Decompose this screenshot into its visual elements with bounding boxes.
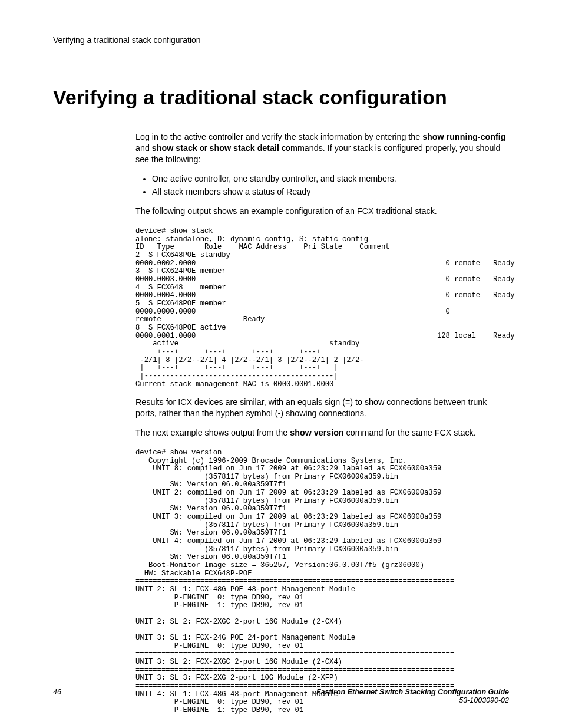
list-item: All stack members show a status of Ready <box>152 186 509 197</box>
cmd-show-stack-detail: show stack detail <box>210 143 279 153</box>
list-item: One active controller, one standby contr… <box>152 173 509 185</box>
criteria-list: One active controller, one standby contr… <box>135 173 509 198</box>
doc-number: 53-1003090-02 <box>459 696 509 704</box>
page-footer: 46 FastIron Ethernet Switch Stacking Con… <box>53 688 509 704</box>
body-text: Results for ICX devices are similar, wit… <box>135 397 509 419</box>
body-text: The following output shows an example co… <box>135 206 509 217</box>
section-heading: Verifying a traditional stack configurat… <box>53 86 509 109</box>
text: or <box>197 143 210 153</box>
text: The next example shows output from the <box>135 428 290 437</box>
show-stack-output: device# show stack alone: standalone, D:… <box>135 228 509 388</box>
cmd-show-stack: show stack <box>152 143 197 153</box>
text: Log in to the active controller and veri… <box>135 132 422 141</box>
book-title: FastIron Ethernet Switch Stacking Config… <box>316 688 509 696</box>
text: command for the same FCX stack. <box>344 428 476 437</box>
show-version-output: device# show version Copyright (c) 1996-… <box>135 449 509 723</box>
body-text: The next example shows output from the s… <box>135 427 509 439</box>
text: and <box>135 143 152 153</box>
page-number: 46 <box>53 688 61 696</box>
cmd-show-running-config: show running-config <box>422 132 505 141</box>
cmd-show-version: show version <box>290 428 343 437</box>
intro-paragraph: Log in to the active controller and veri… <box>135 131 509 165</box>
running-header: Verifying a traditional stack configurat… <box>53 35 509 45</box>
